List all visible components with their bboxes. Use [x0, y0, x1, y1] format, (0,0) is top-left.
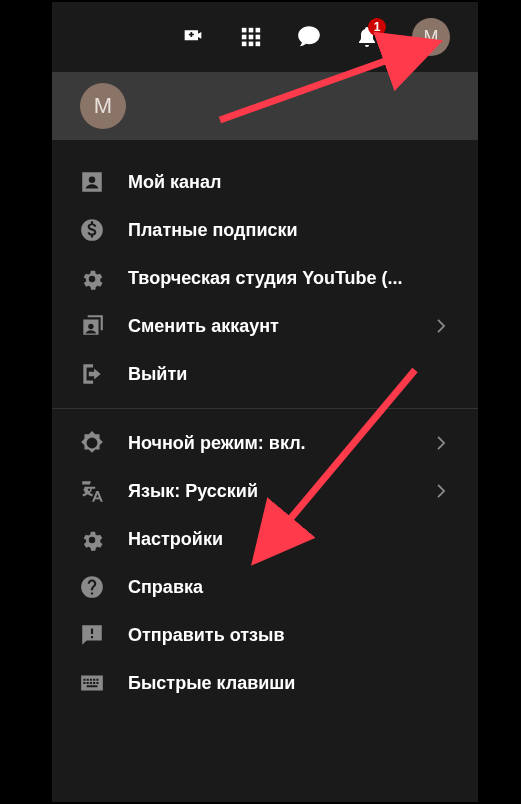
svg-rect-3	[249, 28, 254, 33]
menu-item-settings[interactable]: Настройки	[52, 515, 478, 563]
keyboard-icon	[78, 669, 106, 697]
menu-item-paid-memberships[interactable]: Платные подписки	[52, 206, 478, 254]
translate-icon	[78, 477, 106, 505]
menu-item-studio[interactable]: Творческая студия YouTube (...	[52, 254, 478, 302]
notification-badge: 1	[368, 18, 386, 36]
menu-label: Сменить аккаунт	[128, 316, 410, 337]
switch-account-icon	[78, 312, 106, 340]
menu-label: Быстрые клавиши	[128, 673, 452, 694]
chevron-right-icon	[432, 433, 452, 453]
menu-label: Платные подписки	[128, 220, 452, 241]
help-circle-icon	[78, 573, 106, 601]
svg-rect-8	[242, 42, 247, 47]
menu-label: Справка	[128, 577, 452, 598]
brightness-icon	[78, 429, 106, 457]
topbar: 1 M	[52, 2, 478, 72]
menu-item-sign-out[interactable]: Выйти	[52, 350, 478, 398]
person-box-icon	[78, 168, 106, 196]
svg-rect-2	[242, 28, 247, 33]
gear-icon	[78, 264, 106, 292]
svg-rect-5	[242, 35, 247, 40]
menu-label: Настройки	[128, 529, 452, 550]
notifications-icon[interactable]: 1	[354, 24, 380, 50]
profile-avatar[interactable]: M	[80, 83, 126, 129]
menu-item-my-channel[interactable]: Мой канал	[52, 158, 478, 206]
menu-item-switch-account[interactable]: Сменить аккаунт	[52, 302, 478, 350]
exit-icon	[78, 360, 106, 388]
dollar-circle-icon	[78, 216, 106, 244]
menu-item-keyboard-shortcuts[interactable]: Быстрые клавиши	[52, 659, 478, 707]
menu-divider	[52, 408, 478, 409]
menu-item-language[interactable]: Язык: Русский	[52, 467, 478, 515]
chevron-right-icon	[432, 481, 452, 501]
menu-label: Мой канал	[128, 172, 452, 193]
apps-grid-icon[interactable]	[238, 24, 264, 50]
menu-item-dark-theme[interactable]: Ночной режим: вкл.	[52, 419, 478, 467]
svg-rect-9	[249, 42, 254, 47]
account-menu: Мой канал Платные подписки Творческая ст…	[52, 140, 478, 725]
svg-rect-4	[256, 28, 261, 33]
menu-label: Ночной режим: вкл.	[128, 433, 410, 454]
avatar[interactable]: M	[412, 18, 450, 56]
menu-label: Творческая студия YouTube (...	[128, 268, 452, 289]
feedback-icon	[78, 621, 106, 649]
menu-label: Язык: Русский	[128, 481, 410, 502]
messages-icon[interactable]	[296, 24, 322, 50]
svg-rect-7	[256, 35, 261, 40]
profile-header: M	[52, 72, 478, 140]
svg-rect-6	[249, 35, 254, 40]
svg-rect-1	[191, 32, 193, 37]
chevron-right-icon	[432, 316, 452, 336]
svg-rect-10	[256, 42, 261, 47]
menu-label: Отправить отзыв	[128, 625, 452, 646]
menu-label: Выйти	[128, 364, 452, 385]
gear-icon	[78, 525, 106, 553]
menu-item-send-feedback[interactable]: Отправить отзыв	[52, 611, 478, 659]
upload-video-icon[interactable]	[180, 24, 206, 50]
menu-item-help[interactable]: Справка	[52, 563, 478, 611]
